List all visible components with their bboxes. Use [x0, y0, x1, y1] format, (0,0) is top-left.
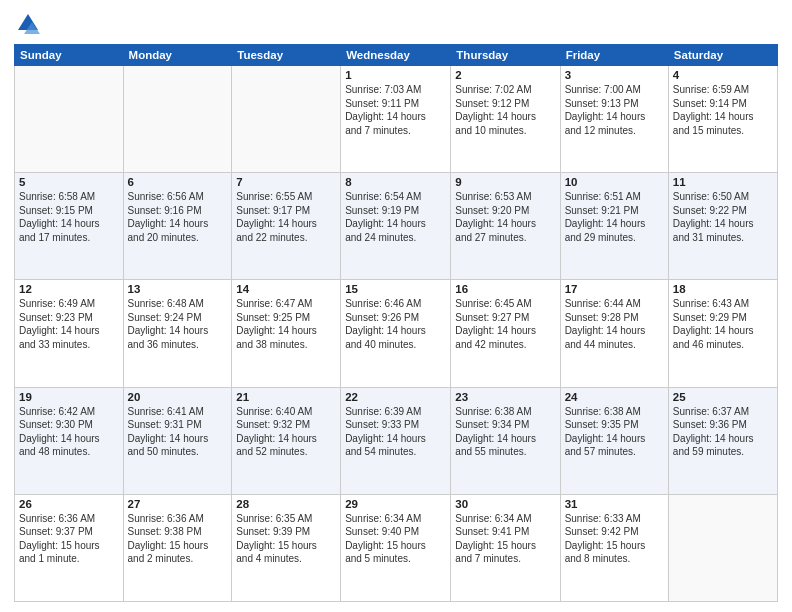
calendar-cell: 25Sunrise: 6:37 AM Sunset: 9:36 PM Dayli…: [668, 387, 777, 494]
day-info: Sunrise: 6:34 AM Sunset: 9:40 PM Dayligh…: [345, 512, 446, 566]
calendar-cell: 20Sunrise: 6:41 AM Sunset: 9:31 PM Dayli…: [123, 387, 232, 494]
calendar-table: Sunday Monday Tuesday Wednesday Thursday…: [14, 44, 778, 602]
calendar-cell: 8Sunrise: 6:54 AM Sunset: 9:19 PM Daylig…: [341, 173, 451, 280]
calendar-cell: 15Sunrise: 6:46 AM Sunset: 9:26 PM Dayli…: [341, 280, 451, 387]
calendar-cell: 18Sunrise: 6:43 AM Sunset: 9:29 PM Dayli…: [668, 280, 777, 387]
day-number: 5: [19, 176, 119, 188]
day-info: Sunrise: 6:55 AM Sunset: 9:17 PM Dayligh…: [236, 190, 336, 244]
day-info: Sunrise: 6:54 AM Sunset: 9:19 PM Dayligh…: [345, 190, 446, 244]
calendar-cell: 23Sunrise: 6:38 AM Sunset: 9:34 PM Dayli…: [451, 387, 560, 494]
calendar-cell: 28Sunrise: 6:35 AM Sunset: 9:39 PM Dayli…: [232, 494, 341, 601]
calendar-cell: [123, 66, 232, 173]
day-info: Sunrise: 6:38 AM Sunset: 9:34 PM Dayligh…: [455, 405, 555, 459]
calendar-cell: 30Sunrise: 6:34 AM Sunset: 9:41 PM Dayli…: [451, 494, 560, 601]
col-sunday: Sunday: [15, 45, 124, 66]
day-number: 27: [128, 498, 228, 510]
calendar-cell: 12Sunrise: 6:49 AM Sunset: 9:23 PM Dayli…: [15, 280, 124, 387]
calendar-cell: 4Sunrise: 6:59 AM Sunset: 9:14 PM Daylig…: [668, 66, 777, 173]
day-info: Sunrise: 6:42 AM Sunset: 9:30 PM Dayligh…: [19, 405, 119, 459]
day-number: 10: [565, 176, 664, 188]
col-thursday: Thursday: [451, 45, 560, 66]
day-number: 30: [455, 498, 555, 510]
day-info: Sunrise: 6:58 AM Sunset: 9:15 PM Dayligh…: [19, 190, 119, 244]
day-number: 24: [565, 391, 664, 403]
day-number: 28: [236, 498, 336, 510]
day-info: Sunrise: 6:45 AM Sunset: 9:27 PM Dayligh…: [455, 297, 555, 351]
day-info: Sunrise: 6:36 AM Sunset: 9:37 PM Dayligh…: [19, 512, 119, 566]
calendar-cell: 31Sunrise: 6:33 AM Sunset: 9:42 PM Dayli…: [560, 494, 668, 601]
day-number: 26: [19, 498, 119, 510]
calendar-week-row: 26Sunrise: 6:36 AM Sunset: 9:37 PM Dayli…: [15, 494, 778, 601]
day-number: 31: [565, 498, 664, 510]
day-info: Sunrise: 6:51 AM Sunset: 9:21 PM Dayligh…: [565, 190, 664, 244]
logo-icon: [14, 10, 42, 38]
calendar-cell: 14Sunrise: 6:47 AM Sunset: 9:25 PM Dayli…: [232, 280, 341, 387]
day-number: 2: [455, 69, 555, 81]
day-info: Sunrise: 6:40 AM Sunset: 9:32 PM Dayligh…: [236, 405, 336, 459]
calendar-cell: 7Sunrise: 6:55 AM Sunset: 9:17 PM Daylig…: [232, 173, 341, 280]
day-number: 1: [345, 69, 446, 81]
day-info: Sunrise: 6:50 AM Sunset: 9:22 PM Dayligh…: [673, 190, 773, 244]
calendar-cell: 17Sunrise: 6:44 AM Sunset: 9:28 PM Dayli…: [560, 280, 668, 387]
calendar-week-row: 12Sunrise: 6:49 AM Sunset: 9:23 PM Dayli…: [15, 280, 778, 387]
day-number: 17: [565, 283, 664, 295]
day-number: 25: [673, 391, 773, 403]
day-number: 14: [236, 283, 336, 295]
calendar-cell: 29Sunrise: 6:34 AM Sunset: 9:40 PM Dayli…: [341, 494, 451, 601]
calendar-cell: 16Sunrise: 6:45 AM Sunset: 9:27 PM Dayli…: [451, 280, 560, 387]
day-number: 3: [565, 69, 664, 81]
calendar-cell: 9Sunrise: 6:53 AM Sunset: 9:20 PM Daylig…: [451, 173, 560, 280]
day-info: Sunrise: 6:44 AM Sunset: 9:28 PM Dayligh…: [565, 297, 664, 351]
day-info: Sunrise: 6:41 AM Sunset: 9:31 PM Dayligh…: [128, 405, 228, 459]
calendar-cell: 24Sunrise: 6:38 AM Sunset: 9:35 PM Dayli…: [560, 387, 668, 494]
day-number: 9: [455, 176, 555, 188]
col-monday: Monday: [123, 45, 232, 66]
calendar-cell: 6Sunrise: 6:56 AM Sunset: 9:16 PM Daylig…: [123, 173, 232, 280]
day-number: 20: [128, 391, 228, 403]
day-number: 19: [19, 391, 119, 403]
calendar-cell: 21Sunrise: 6:40 AM Sunset: 9:32 PM Dayli…: [232, 387, 341, 494]
day-info: Sunrise: 6:59 AM Sunset: 9:14 PM Dayligh…: [673, 83, 773, 137]
calendar-cell: 19Sunrise: 6:42 AM Sunset: 9:30 PM Dayli…: [15, 387, 124, 494]
day-info: Sunrise: 6:35 AM Sunset: 9:39 PM Dayligh…: [236, 512, 336, 566]
col-friday: Friday: [560, 45, 668, 66]
header: [14, 10, 778, 38]
day-info: Sunrise: 7:02 AM Sunset: 9:12 PM Dayligh…: [455, 83, 555, 137]
day-info: Sunrise: 6:46 AM Sunset: 9:26 PM Dayligh…: [345, 297, 446, 351]
day-info: Sunrise: 6:33 AM Sunset: 9:42 PM Dayligh…: [565, 512, 664, 566]
col-tuesday: Tuesday: [232, 45, 341, 66]
day-number: 22: [345, 391, 446, 403]
calendar-cell: 22Sunrise: 6:39 AM Sunset: 9:33 PM Dayli…: [341, 387, 451, 494]
day-info: Sunrise: 6:36 AM Sunset: 9:38 PM Dayligh…: [128, 512, 228, 566]
day-number: 13: [128, 283, 228, 295]
calendar-cell: [668, 494, 777, 601]
calendar-cell: 3Sunrise: 7:00 AM Sunset: 9:13 PM Daylig…: [560, 66, 668, 173]
calendar-cell: 5Sunrise: 6:58 AM Sunset: 9:15 PM Daylig…: [15, 173, 124, 280]
calendar-cell: 13Sunrise: 6:48 AM Sunset: 9:24 PM Dayli…: [123, 280, 232, 387]
day-number: 16: [455, 283, 555, 295]
col-saturday: Saturday: [668, 45, 777, 66]
day-info: Sunrise: 6:48 AM Sunset: 9:24 PM Dayligh…: [128, 297, 228, 351]
calendar-week-row: 5Sunrise: 6:58 AM Sunset: 9:15 PM Daylig…: [15, 173, 778, 280]
day-info: Sunrise: 6:43 AM Sunset: 9:29 PM Dayligh…: [673, 297, 773, 351]
day-info: Sunrise: 6:39 AM Sunset: 9:33 PM Dayligh…: [345, 405, 446, 459]
calendar-week-row: 19Sunrise: 6:42 AM Sunset: 9:30 PM Dayli…: [15, 387, 778, 494]
day-number: 23: [455, 391, 555, 403]
day-number: 18: [673, 283, 773, 295]
calendar-cell: 26Sunrise: 6:36 AM Sunset: 9:37 PM Dayli…: [15, 494, 124, 601]
day-info: Sunrise: 6:53 AM Sunset: 9:20 PM Dayligh…: [455, 190, 555, 244]
calendar-cell: [15, 66, 124, 173]
calendar-cell: 10Sunrise: 6:51 AM Sunset: 9:21 PM Dayli…: [560, 173, 668, 280]
calendar-cell: 11Sunrise: 6:50 AM Sunset: 9:22 PM Dayli…: [668, 173, 777, 280]
col-wednesday: Wednesday: [341, 45, 451, 66]
day-number: 8: [345, 176, 446, 188]
day-number: 4: [673, 69, 773, 81]
calendar-week-row: 1Sunrise: 7:03 AM Sunset: 9:11 PM Daylig…: [15, 66, 778, 173]
calendar-cell: 1Sunrise: 7:03 AM Sunset: 9:11 PM Daylig…: [341, 66, 451, 173]
calendar-header-row: Sunday Monday Tuesday Wednesday Thursday…: [15, 45, 778, 66]
day-number: 29: [345, 498, 446, 510]
page: Sunday Monday Tuesday Wednesday Thursday…: [0, 0, 792, 612]
day-info: Sunrise: 6:56 AM Sunset: 9:16 PM Dayligh…: [128, 190, 228, 244]
day-info: Sunrise: 6:49 AM Sunset: 9:23 PM Dayligh…: [19, 297, 119, 351]
day-number: 15: [345, 283, 446, 295]
